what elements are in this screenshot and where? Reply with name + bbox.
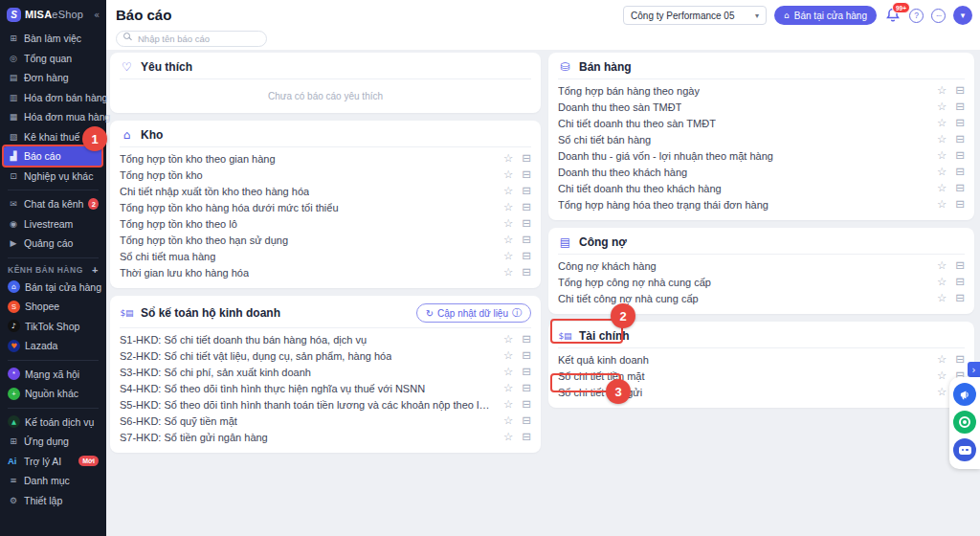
zalo-chat-button[interactable] bbox=[953, 411, 976, 434]
favorite-star-icon[interactable]: ☆ bbox=[503, 169, 513, 181]
pin-icon[interactable]: ⊟ bbox=[522, 267, 531, 279]
favorite-star-icon[interactable]: ☆ bbox=[937, 183, 947, 194]
pin-icon[interactable]: ⊟ bbox=[522, 367, 531, 378]
report-row[interactable]: Sổ chi tiết mua hàng☆⊟ bbox=[120, 248, 531, 264]
favorite-star-icon[interactable]: ☆ bbox=[503, 153, 513, 165]
favorite-star-icon[interactable]: ☆ bbox=[937, 354, 947, 366]
report-row[interactable]: Tổng hợp tồn kho hàng hóa dưới mức tối t… bbox=[120, 199, 531, 215]
favorite-star-icon[interactable]: ☆ bbox=[937, 101, 947, 113]
report-row[interactable]: S3-HKD: Sổ chi phí, sản xuất kinh doanh☆… bbox=[120, 364, 531, 380]
report-row[interactable]: S6-HKD: Sổ quỹ tiền mặt☆⊟ bbox=[120, 413, 531, 429]
sidebar-item-ung-dung[interactable]: ⊞ Ứng dụng bbox=[0, 432, 106, 452]
report-row[interactable]: Kết quả kinh doanh☆⊟ bbox=[558, 351, 965, 368]
report-row[interactable]: Chi tiết doanh thu theo khách hàng☆⊟ bbox=[558, 180, 965, 196]
favorite-star-icon[interactable]: ☆ bbox=[503, 186, 513, 197]
sidebar-item-chat-da-kenh[interactable]: ✉ Chat đa kênh 2 bbox=[0, 194, 106, 214]
favorite-star-icon[interactable]: ☆ bbox=[937, 167, 947, 178]
report-row[interactable]: Tổng hợp tồn kho theo gian hàng☆⊟ bbox=[120, 150, 531, 167]
report-row[interactable]: Tổng hợp tồn kho theo hạn sử dụng☆⊟ bbox=[120, 232, 531, 248]
sidebar-item-hoa-don-mua-hang[interactable]: ▦ Hóa đơn mua hàng bbox=[0, 107, 106, 127]
help-button[interactable]: ? bbox=[909, 9, 924, 23]
report-row[interactable]: Doanh thu - giá vốn - lợi nhuận theo mặt… bbox=[558, 147, 965, 164]
report-row[interactable]: S4-HKD: Sổ theo dõi tình hình thực hiện … bbox=[120, 380, 531, 396]
sidebar-item-tro-ly-ai[interactable]: Ai Trợ lý AI Mới bbox=[0, 452, 106, 472]
pin-icon[interactable]: ⊟ bbox=[955, 167, 965, 178]
report-row[interactable]: Chi tiết công nợ nhà cung cấp☆⊟ bbox=[558, 290, 965, 306]
report-row[interactable]: Tổng hợp công nợ nhà cung cấp☆⊟ bbox=[558, 274, 965, 290]
pin-icon[interactable]: ⊟ bbox=[522, 251, 531, 262]
pin-icon[interactable]: ⊟ bbox=[955, 134, 965, 145]
favorite-star-icon[interactable]: ☆ bbox=[503, 399, 513, 411]
favorite-star-icon[interactable]: ☆ bbox=[503, 334, 513, 346]
report-row[interactable]: Tổng hợp tồn kho theo lô☆⊟ bbox=[120, 215, 531, 232]
widget-collapse-tab[interactable]: › bbox=[968, 362, 980, 377]
sidebar-item-ke-khai-thue[interactable]: ▧ Kê khai thuế Mới bbox=[0, 127, 106, 147]
notification-bell-button[interactable]: 99+ bbox=[884, 7, 902, 24]
report-row[interactable]: Doanh thu theo sàn TMĐT☆⊟ bbox=[558, 99, 965, 115]
favorite-star-icon[interactable]: ☆ bbox=[937, 199, 947, 211]
favorite-star-icon[interactable]: ☆ bbox=[937, 150, 947, 162]
report-row[interactable]: Thời gian lưu kho hàng hóa☆⊟ bbox=[120, 264, 531, 280]
sidebar-item-tong-quan[interactable]: ◎ Tổng quan bbox=[0, 49, 106, 69]
sidebar-item-tiktok-shop[interactable]: ♪ TikTok Shop bbox=[0, 317, 106, 337]
pin-icon[interactable]: ⊟ bbox=[522, 218, 531, 230]
report-row[interactable]: Chi tiết nhập xuất tồn kho theo hàng hóa… bbox=[120, 183, 531, 199]
favorite-star-icon[interactable]: ☆ bbox=[937, 134, 947, 145]
report-row[interactable]: Tổng hợp bán hàng theo ngày☆⊟ bbox=[558, 82, 965, 99]
pin-icon[interactable]: ⊟ bbox=[955, 183, 965, 194]
report-row[interactable]: Sổ chi tiết tiền mặt☆⊟ bbox=[558, 368, 965, 384]
report-row[interactable]: Công nợ khách hàng☆⊟ bbox=[558, 257, 965, 274]
chatbot-button[interactable] bbox=[953, 438, 976, 461]
pin-icon[interactable]: ⊟ bbox=[522, 153, 531, 165]
user-avatar[interactable]: ▾ bbox=[953, 6, 972, 25]
pin-icon[interactable]: ⊟ bbox=[955, 118, 965, 129]
favorite-star-icon[interactable]: ☆ bbox=[503, 202, 513, 213]
favorite-star-icon[interactable]: ☆ bbox=[937, 293, 947, 304]
favorite-star-icon[interactable]: ☆ bbox=[937, 370, 947, 382]
pin-icon[interactable]: ⊟ bbox=[522, 432, 531, 443]
report-row[interactable]: S5-HKD: Sổ theo dõi tình hình thanh toán… bbox=[120, 396, 531, 413]
sidebar-item-shopee[interactable]: S Shopee bbox=[0, 297, 106, 317]
favorite-star-icon[interactable]: ☆ bbox=[503, 383, 513, 394]
favorite-star-icon[interactable]: ☆ bbox=[503, 218, 513, 230]
pin-icon[interactable]: ⊟ bbox=[522, 334, 531, 346]
update-data-button[interactable]: ↻ Cập nhật dữ liệu ⓘ bbox=[416, 303, 531, 323]
pin-icon[interactable]: ⊟ bbox=[522, 399, 531, 411]
report-row[interactable]: Sổ chi tiết bán hàng☆⊟ bbox=[558, 131, 965, 147]
favorite-star-icon[interactable]: ☆ bbox=[503, 350, 513, 362]
pin-icon[interactable]: ⊟ bbox=[522, 234, 531, 246]
sidebar-item-thiet-lap[interactable]: ⚙ Thiết lập bbox=[0, 491, 106, 511]
favorite-star-icon[interactable]: ☆ bbox=[503, 251, 513, 262]
pin-icon[interactable]: ⊟ bbox=[955, 354, 965, 366]
report-row[interactable]: Chi tiết doanh thu theo sàn TMĐT☆⊟ bbox=[558, 115, 965, 131]
favorite-star-icon[interactable]: ☆ bbox=[937, 260, 947, 272]
sidebar-item-don-hang[interactable]: ▤ Đơn hàng bbox=[0, 68, 106, 88]
store-sale-button[interactable]: ⌂ Bán tại cửa hàng bbox=[774, 6, 877, 25]
pin-icon[interactable]: ⊟ bbox=[522, 383, 531, 394]
announcement-button[interactable] bbox=[953, 383, 976, 406]
favorite-star-icon[interactable]: ☆ bbox=[503, 234, 513, 246]
pin-icon[interactable]: ⊟ bbox=[522, 186, 531, 197]
sidebar-item-nghiep-vu-khac[interactable]: ⊡ Nghiệp vụ khác bbox=[0, 167, 106, 187]
favorite-star-icon[interactable]: ☆ bbox=[937, 118, 947, 129]
favorite-star-icon[interactable]: ☆ bbox=[937, 277, 947, 288]
pin-icon[interactable]: ⊟ bbox=[522, 350, 531, 362]
sidebar-item-quang-cao[interactable]: ▶ Quảng cáo bbox=[0, 234, 106, 254]
favorite-star-icon[interactable]: ☆ bbox=[937, 387, 947, 398]
search-input[interactable] bbox=[116, 31, 267, 47]
sidebar-item-lazada[interactable]: ♥ Lazada bbox=[0, 336, 106, 356]
report-row-so-chi-tiet-tien-gui[interactable]: Sổ chi tiết tiền gửi☆⊟ bbox=[558, 384, 965, 400]
sidebar-item-bao-cao[interactable]: ▟ Báo cáo bbox=[3, 146, 103, 167]
pin-icon[interactable]: ⊟ bbox=[955, 199, 965, 211]
favorite-star-icon[interactable]: ☆ bbox=[937, 85, 947, 97]
sidebar-item-danh-muc[interactable]: ≡ Danh mục bbox=[0, 471, 106, 491]
sidebar-item-mang-xa-hoi[interactable]: * Mạng xã hội bbox=[0, 365, 106, 385]
report-row[interactable]: Doanh thu theo khách hàng☆⊟ bbox=[558, 164, 965, 180]
pin-icon[interactable]: ⊟ bbox=[955, 150, 965, 162]
add-channel-icon[interactable]: + bbox=[92, 264, 99, 276]
favorite-star-icon[interactable]: ☆ bbox=[503, 415, 513, 427]
sidebar-item-ke-toan-dich-vu[interactable]: ▲ Kế toán dịch vụ bbox=[0, 413, 106, 433]
sidebar-item-nguon-khac[interactable]: + Nguồn khác bbox=[0, 384, 106, 404]
favorite-star-icon[interactable]: ☆ bbox=[503, 432, 513, 443]
pin-icon[interactable]: ⊟ bbox=[522, 202, 531, 213]
